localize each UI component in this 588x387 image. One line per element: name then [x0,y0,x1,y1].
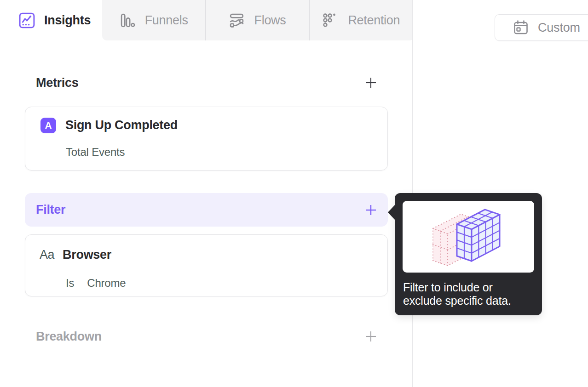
filter-value[interactable]: Chrome [87,277,126,289]
filter-title: Filter [36,203,65,217]
date-range-custom-button[interactable]: Custom [495,14,588,41]
filter-card-title: Browser [63,248,361,262]
breakdown-title: Breakdown [36,330,102,344]
cube-grid-illustration-icon [403,201,534,273]
tab-insights[interactable]: Insights [0,0,102,40]
tab-retention-label: Retention [348,13,400,28]
calendar-icon [513,19,529,36]
tab-flows[interactable]: Flows [205,0,309,40]
retention-dots-icon [322,12,339,28]
insights-chart-icon [18,12,35,29]
tab-funnels[interactable]: Funnels [102,0,205,40]
metrics-title: Metrics [36,76,78,90]
filter-kebab-menu-icon[interactable] [369,247,375,263]
metric-card-title: Sign Up Completed [65,118,360,132]
metric-kebab-menu-icon[interactable] [369,117,375,133]
flows-stream-icon [229,12,245,28]
metric-series-badge: A [40,118,56,133]
tooltip-text-line2: exclude specific data. [403,294,536,307]
add-filter-icon[interactable] [365,204,377,216]
tooltip-text-line1: Filter to include or [403,281,536,294]
property-type-text-icon: Aa [40,248,54,262]
tab-flows-label: Flows [254,13,286,28]
funnels-bars-icon [120,12,136,28]
filter-tooltip: Filter to include or exclude specific da… [395,193,542,315]
filter-operator[interactable]: Is [66,277,74,289]
tab-retention[interactable]: Retention [309,0,413,40]
add-metric-icon[interactable] [365,77,377,89]
metric-card[interactable]: A Sign Up Completed Total Events [25,107,388,171]
filter-card[interactable]: Aa Browser IsChrome [25,234,388,296]
tab-funnels-label: Funnels [145,13,188,28]
breakdown-section-header: Breakdown [25,327,388,346]
date-range-label: Custom [538,21,580,35]
tooltip-illustration-frame [403,201,534,273]
filter-section-header[interactable]: Filter [25,193,388,227]
tooltip-arrow [388,205,395,220]
tab-group-inactive: Funnels Flows Retention [102,0,413,40]
add-breakdown-icon[interactable] [365,330,377,342]
tab-insights-label: Insights [44,13,91,28]
metric-card-subtitle[interactable]: Total Events [66,146,125,159]
metrics-section-header: Metrics [25,74,388,92]
